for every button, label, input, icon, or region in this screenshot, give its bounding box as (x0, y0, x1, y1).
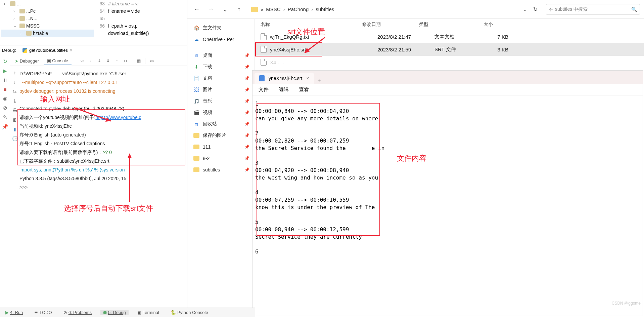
notepad-window: yneX4ssjEhc.srt × + 文件 编辑 查看 1 00:00:00,… (252, 71, 643, 316)
col-date[interactable]: 修改日期 (362, 22, 419, 28)
bottom-debug[interactable]: ⬢ 5: Debug (100, 310, 129, 315)
close-icon[interactable]: × (306, 76, 309, 81)
ide-bottom-bar: ▶4: Run ≣ TODO ⊘ 6: Problems ⬢ 5: Debug … (0, 308, 255, 317)
music-icon: 🎵 (193, 98, 199, 104)
folder-icon (251, 7, 258, 12)
menu-edit[interactable]: 编辑 (279, 86, 289, 93)
bottom-run[interactable]: ▶4: Run (3, 310, 26, 315)
python-prompt-icon[interactable]: ▮ (13, 126, 16, 132)
step-over-icon[interactable]: ⤻ (78, 57, 86, 65)
python-icon (22, 48, 27, 53)
sidebar-home[interactable]: 🏠主文件夹 (189, 22, 253, 34)
breadcrumb[interactable]: « MSSC› PaChong› subtitles ⌄ (248, 6, 527, 12)
clear-icon[interactable]: 🗑 (12, 117, 17, 122)
run-to-cursor-icon[interactable]: ↦ (122, 57, 129, 65)
scroll-icon[interactable]: ⤓ (13, 98, 17, 104)
console-output[interactable]: D:\WORK\PY\F . vn\Scripts\python.exe "C:… (19, 67, 187, 301)
sidebar-folder[interactable]: 111📌 (189, 141, 253, 153)
new-tab-button[interactable]: + (314, 77, 325, 84)
evaluate-icon[interactable]: ▦ (135, 57, 142, 65)
col-name[interactable]: 名称 (255, 22, 362, 28)
project-tree[interactable]: ... ...Pc ...N... MSSC hztable (1, 0, 94, 37)
explorer-toolbar: ← → ⌄ ↑ « MSSC› PaChong› subtitles ⌄ ↻ 在… (187, 0, 644, 19)
wrap-icon[interactable]: ⇆ (13, 89, 17, 94)
tab-debugger[interactable]: ➤ Debugger (11, 57, 42, 65)
sidebar-desktop[interactable]: 🖥桌面📌 (189, 50, 253, 61)
down-icon[interactable]: ↓ (14, 79, 16, 85)
bottom-problems[interactable]: ⊘ 6: Problems (61, 310, 94, 315)
file-row[interactable]: wjTn_EkgQRg.txt 2023/8/2 21:47 文本文档 7 KB (255, 30, 644, 43)
bottom-python-console[interactable]: 🐍 Python Console (168, 310, 211, 315)
file-row-selected[interactable]: yneX4ssjEhc.srt 2023/8/2 21:59 SRT 文件 3 … (255, 43, 644, 56)
watermark: CSDN @ggome (612, 301, 641, 306)
video-icon: 🎬 (193, 110, 199, 115)
bottom-terminal[interactable]: ▣ Terminal (135, 310, 162, 315)
recent-button[interactable]: ⌄ (220, 4, 230, 15)
pause-icon[interactable]: ⏸ (3, 77, 8, 83)
settings-icon[interactable]: ✎ (3, 114, 7, 120)
editor[interactable]: 63# filename = vi 64filename = vide 65 6… (95, 0, 187, 44)
resume-icon[interactable]: ▶ (3, 68, 7, 74)
col-size[interactable]: 大小 (469, 22, 503, 28)
sidebar-videos[interactable]: 🎬视频📌 (189, 107, 253, 118)
ide-panel: ... ...Pc ...N... MSSC hztable 63# filen… (0, 0, 187, 317)
debug-left-rail: ↻ ▶ ⏸ ■ ◉ ⊘ ✎ 📌 (0, 56, 10, 130)
layout-icon[interactable]: ▭ (148, 57, 155, 65)
notepad-tab[interactable]: yneX4ssjEhc.srt × (255, 73, 314, 84)
desktop-icon: 🖥 (193, 53, 199, 58)
notepad-content[interactable]: 1 00:00:00,840 --> 00:00:04,920 can you … (252, 95, 643, 260)
view-breakpoints-icon[interactable]: ◉ (3, 95, 7, 102)
tree-item[interactable]: ... (1, 0, 94, 7)
home-icon: 🏠 (193, 25, 199, 31)
history-icon[interactable]: 🕓 (12, 136, 18, 141)
refresh-button[interactable]: ↻ (531, 6, 540, 12)
menu-file[interactable]: 文件 (259, 86, 269, 93)
up-button[interactable]: ↑ (234, 4, 244, 15)
debug-header: Debug: getYoutubeSubtitles × (0, 45, 187, 55)
chevron-down-icon[interactable]: ⌄ (523, 6, 527, 12)
sidebar-downloads[interactable]: ⬇下载📌 (189, 61, 253, 73)
sidebar-folder[interactable]: subtitles📌 (189, 164, 253, 175)
forward-button[interactable]: → (205, 4, 216, 15)
sidebar-recycle[interactable]: 🗑回收站📌 (189, 118, 253, 130)
sidebar-folder[interactable]: 8-2📌 (189, 153, 253, 164)
menu-view[interactable]: 查看 (299, 86, 309, 93)
search-input[interactable]: 在 subtitles 中搜索 🔍 (546, 4, 640, 15)
print-icon[interactable]: 🖶 (12, 108, 17, 113)
explorer-sidebar[interactable]: 🏠主文件夹 ☁OneDrive - Per 🖥桌面📌 ⬇下载📌 📄文档📌 🖼图片… (187, 19, 255, 317)
file-row[interactable]: X4 . . . (255, 56, 644, 69)
col-type[interactable]: 类型 (419, 22, 469, 28)
tree-item-mssc[interactable]: MSSC (1, 22, 94, 30)
sidebar-folder[interactable]: 保存的图片📌 (189, 130, 253, 141)
pictures-icon: 🖼 (193, 87, 199, 92)
back-button[interactable]: ← (191, 4, 202, 15)
stop-icon[interactable]: ■ (3, 86, 6, 92)
file-icon (261, 33, 267, 40)
step-into-icon[interactable]: ↓ (87, 57, 94, 65)
sidebar-onedrive[interactable]: ☁OneDrive - Per (189, 34, 253, 45)
up-icon[interactable]: ↑ (14, 70, 16, 75)
folder-icon (193, 167, 199, 172)
column-headers[interactable]: 名称 修改日期 类型 大小 (255, 19, 644, 30)
rerun-icon[interactable]: ↻ (3, 58, 7, 65)
sidebar-music[interactable]: 🎵音乐📌 (189, 95, 253, 107)
document-icon (259, 75, 265, 81)
step-out-icon[interactable]: ↑ (113, 57, 121, 65)
step-into-my-icon[interactable]: ⇣ (96, 57, 103, 65)
url-link[interactable]: https://www.youtube.c (95, 115, 141, 120)
debug-config-tab[interactable]: getYoutubeSubtitles × (19, 46, 75, 54)
force-step-icon[interactable]: ⇓ (104, 57, 112, 65)
pin-icon: 📌 (244, 53, 249, 58)
tree-item[interactable]: ...Pc (1, 7, 94, 15)
sidebar-pictures[interactable]: 🖼图片📌 (189, 84, 253, 95)
tab-console[interactable]: ▣ Console (44, 57, 72, 65)
mute-breakpoints-icon[interactable]: ⊘ (3, 105, 7, 111)
tree-item[interactable]: ...N... (1, 15, 94, 22)
notepad-menu: 文件 编辑 查看 (252, 84, 643, 95)
sidebar-documents[interactable]: 📄文档📌 (189, 73, 253, 84)
close-icon[interactable]: × (70, 48, 72, 53)
tree-item-hztable[interactable]: hztable (1, 30, 94, 37)
bottom-todo[interactable]: ≣ TODO (32, 310, 54, 315)
console-side-rail: ↑ ↓ ⇆ ⤓ 🖶 🗑 ▮ 🕓 (10, 67, 19, 141)
pin-icon[interactable]: 📌 (2, 124, 8, 130)
